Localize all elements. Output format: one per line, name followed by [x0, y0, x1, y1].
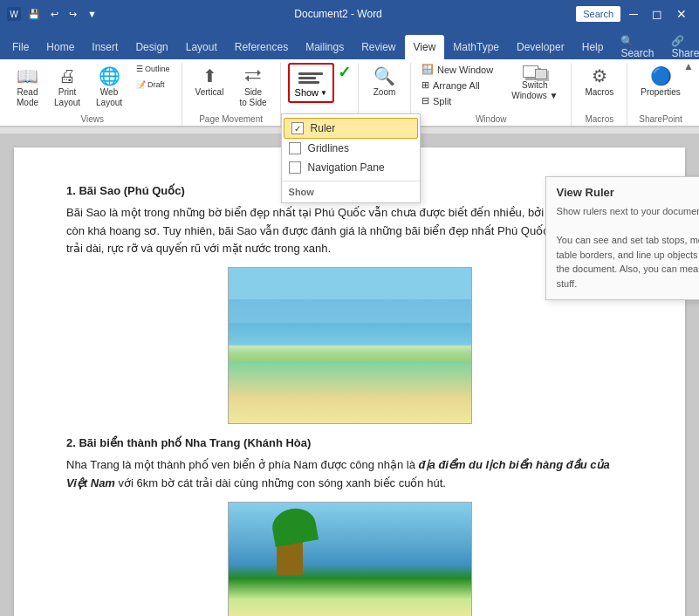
- read-mode-button[interactable]: 📖 ReadMode: [10, 63, 45, 111]
- window-group-items: 🪟 New Window ⊞ Arrange All ⊟ Split: [418, 63, 564, 111]
- ribbon-group-window: 🪟 New Window ⊞ Arrange All ⊟ Split: [411, 63, 572, 126]
- ribbon-collapse-button[interactable]: ▲: [683, 60, 696, 72]
- ribbon-tab-bar: File Home Insert Design Layout Reference…: [0, 28, 699, 59]
- section2-heading: 2. Bãi biển thành phố Nha Trang (Khánh H…: [66, 435, 633, 453]
- window-group-label: Window: [476, 113, 507, 126]
- arrange-all-button[interactable]: ⊞ Arrange All: [418, 79, 497, 92]
- show-dropdown-menu: Ruler Gridlines Navigation Pane Show: [281, 113, 421, 203]
- side-to-side-icon: ⮂: [244, 65, 262, 86]
- sign-in-button[interactable]: Search: [576, 6, 620, 22]
- tab-help[interactable]: Help: [573, 35, 613, 59]
- new-window-icon: 🪟: [421, 64, 434, 75]
- beach-image-1: [228, 267, 472, 424]
- tab-search[interactable]: 🔍 Search: [612, 35, 662, 59]
- zoom-icon: 🔍: [373, 65, 395, 86]
- word-icon: W: [7, 7, 21, 21]
- title-bar: W 💾 ↩ ↪ ▼ Document2 - Word Search ─ ◻ ✕: [0, 0, 699, 28]
- tab-design[interactable]: Design: [127, 35, 176, 59]
- gridlines-label: Gridlines: [308, 142, 349, 154]
- zoom-group-items: 🔍 Zoom: [367, 63, 402, 111]
- show-group-items: Show ▼ ✓: [288, 63, 351, 111]
- show-button[interactable]: Show ▼: [288, 63, 334, 103]
- tab-file[interactable]: File: [3, 35, 38, 59]
- ribbon-group-views: 📖 ReadMode 🖨 PrintLayout 🌐 WebL: [3, 63, 182, 126]
- sharepoint-group-items: 🔵 Properties: [634, 63, 687, 111]
- section2-text: Nha Trang là một thành phố ven biển ở ph…: [66, 456, 633, 493]
- navigation-pane-checkbox[interactable]: [289, 161, 301, 174]
- ribbon-group-macros: ⚙ Macros Macros: [572, 63, 627, 126]
- outline-icon: ☰: [136, 65, 143, 73]
- tooltip-title: View Ruler: [557, 186, 699, 199]
- arrange-all-icon: ⊞: [421, 79, 429, 91]
- switch-windows-icon: [523, 65, 547, 79]
- side-to-side-button[interactable]: ⮂ Sideto Side: [233, 63, 272, 111]
- close-button[interactable]: ✕: [671, 0, 692, 28]
- redo-button[interactable]: ↪: [65, 7, 80, 22]
- properties-button[interactable]: 🔵 Properties: [634, 63, 687, 100]
- tab-review[interactable]: Review: [353, 35, 404, 59]
- tab-insert[interactable]: Insert: [83, 35, 127, 59]
- tab-home[interactable]: Home: [38, 35, 83, 59]
- vertical-icon: ⬆: [202, 65, 217, 86]
- switch-windows-label: SwitchWindows ▼: [511, 80, 558, 101]
- gridlines-menu-item[interactable]: Gridlines: [282, 139, 420, 158]
- ribbon-content: 📖 ReadMode 🖨 PrintLayout 🌐 WebL: [0, 59, 699, 127]
- zoom-button[interactable]: 🔍 Zoom: [367, 63, 402, 100]
- split-icon: ⊟: [421, 95, 429, 106]
- beach-image-2: [228, 502, 472, 616]
- page-movement-items: ⬆ Vertical ⮂ Sideto Side: [189, 63, 273, 111]
- macros-group-label: Macros: [585, 113, 613, 126]
- print-layout-icon: 🖨: [58, 65, 76, 86]
- section2-italic: địa điểm du lịch biển hàng đầu của Việt …: [66, 458, 610, 489]
- ruler-checkbox[interactable]: [291, 122, 304, 134]
- customize-button[interactable]: ▼: [84, 7, 100, 21]
- print-layout-button[interactable]: 🖨 PrintLayout: [48, 63, 86, 111]
- read-mode-icon: 📖: [17, 65, 38, 86]
- title-bar-right: Search ─ ◻ ✕: [576, 0, 692, 28]
- draft-icon: 📝: [136, 80, 146, 89]
- show-dropdown-arrow: ▼: [320, 89, 327, 97]
- tab-developer[interactable]: Developer: [508, 35, 573, 59]
- draft-button[interactable]: 📝 Draft: [132, 79, 175, 91]
- views-group-items: 📖 ReadMode 🖨 PrintLayout 🌐 WebL: [10, 63, 175, 111]
- show-section-label: Show: [282, 185, 420, 199]
- ribbon-group-page-movement: ⬆ Vertical ⮂ Sideto Side Page Movement: [182, 63, 281, 126]
- ribbon-groups: 📖 ReadMode 🖨 PrintLayout 🌐 WebL: [0, 63, 699, 126]
- views-group-label: Views: [81, 113, 105, 126]
- restore-button[interactable]: ◻: [647, 0, 668, 28]
- macros-icon: ⚙: [592, 65, 607, 86]
- split-button[interactable]: ⊟ Split: [418, 94, 497, 107]
- tab-references[interactable]: References: [226, 35, 297, 59]
- web-layout-icon: 🌐: [99, 65, 120, 86]
- macros-label: Macros: [585, 87, 613, 98]
- new-window-button[interactable]: 🪟 New Window: [418, 63, 497, 76]
- tooltip-body: Show rulers next to your document.You ca…: [557, 204, 699, 291]
- save-button[interactable]: 💾: [24, 7, 44, 22]
- ruler-menu-item[interactable]: Ruler: [284, 118, 418, 139]
- undo-button[interactable]: ↩: [47, 7, 62, 22]
- title-bar-controls: W 💾 ↩ ↪ ▼: [7, 7, 100, 22]
- outline-button[interactable]: ☰ Outline: [132, 63, 175, 75]
- navigation-pane-menu-item[interactable]: Navigation Pane: [282, 158, 420, 177]
- tab-view[interactable]: View: [405, 35, 445, 59]
- macros-button[interactable]: ⚙ Macros: [579, 63, 620, 100]
- vertical-button[interactable]: ⬆ Vertical: [189, 63, 230, 100]
- gridlines-checkbox[interactable]: [289, 142, 301, 154]
- tab-layout[interactable]: Layout: [177, 35, 226, 59]
- tab-mathtype[interactable]: MathType: [444, 35, 508, 59]
- dropdown-separator: [282, 181, 420, 181]
- tab-share[interactable]: 🔗 Share: [662, 35, 699, 59]
- properties-label: Properties: [641, 87, 681, 98]
- tab-mailings[interactable]: Mailings: [297, 35, 353, 59]
- navigation-pane-label: Navigation Pane: [308, 161, 385, 174]
- ribbon-group-show: Show ▼ ✓ Show Ruler Gr: [281, 63, 359, 126]
- ruler-label: Ruler: [311, 122, 336, 134]
- switch-windows-button[interactable]: SwitchWindows ▼: [505, 63, 564, 104]
- ribbon: File Home Insert Design Layout Reference…: [0, 28, 699, 127]
- zoom-label: Zoom: [373, 87, 396, 98]
- web-layout-button[interactable]: 🌐 WebLayout: [90, 63, 128, 111]
- properties-icon: 🔵: [650, 65, 672, 86]
- minimize-button[interactable]: ─: [624, 0, 643, 28]
- sharepoint-group-label: SharePoint: [639, 113, 682, 126]
- macros-group-items: ⚙ Macros: [579, 63, 620, 111]
